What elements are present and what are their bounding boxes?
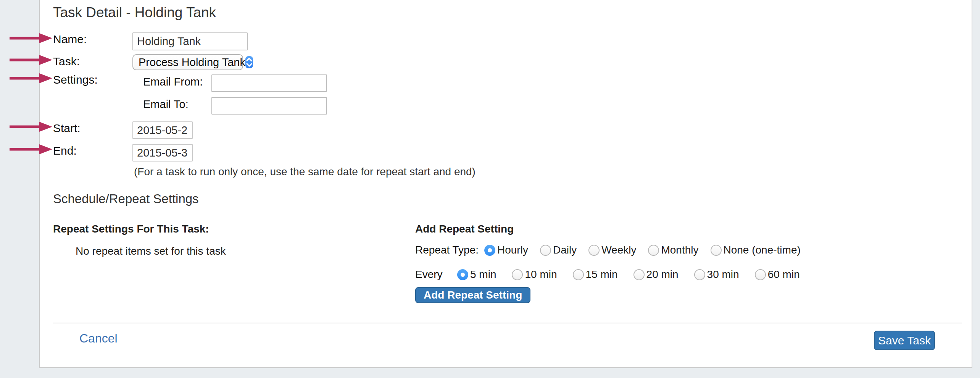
radio-option-label: 15 min [586,268,618,281]
task-select-value: Process Holding Tank [133,56,245,69]
name-label: Name: [53,33,87,46]
radio-unselected-icon[interactable] [512,269,523,280]
radio-option-label: 30 min [707,268,739,281]
start-label: Start: [53,122,81,135]
radio-option-10-min[interactable]: 10 min [512,268,557,281]
task-detail-panel: Task Detail - Holding Tank Name: Task: P… [39,0,972,368]
name-input[interactable] [132,32,248,50]
schedule-section-heading: Schedule/Repeat Settings [53,192,199,206]
radio-option-weekly[interactable]: Weekly [588,244,636,256]
radio-option-label: 10 min [525,268,557,281]
radio-option-label: Weekly [601,244,636,256]
footer-divider [53,323,962,323]
arrow-annotation-task [10,55,52,65]
radio-option-hourly[interactable]: Hourly [484,244,528,256]
email-from-input[interactable] [211,74,327,92]
interval-options: 5 min10 min15 min20 min30 min60 min [457,268,816,281]
repeat-type-options: HourlyDailyWeeklyMonthlyNone (one-time) [484,244,812,256]
end-date-input[interactable] [132,144,193,162]
email-from-label: Email From: [143,76,203,88]
arrow-annotation-start [10,121,52,132]
arrow-annotation-name [10,33,52,44]
radio-option-60-min[interactable]: 60 min [755,268,800,281]
page-title: Task Detail - Holding Tank [53,5,216,21]
radio-option-monthly[interactable]: Monthly [648,244,698,256]
arrow-annotation-end [10,144,52,155]
radio-option-20-min[interactable]: 20 min [633,268,679,281]
radio-unselected-icon[interactable] [755,269,766,280]
every-label: Every [415,268,457,281]
radio-option-label: Daily [553,244,577,256]
save-task-button[interactable]: Save Task [874,331,935,350]
add-repeat-heading: Add Repeat Setting [415,223,514,235]
repeat-type-label: Repeat Type: [415,244,484,256]
arrow-annotation-settings [10,73,52,84]
radio-option-30-min[interactable]: 30 min [694,268,739,281]
radio-unselected-icon[interactable] [540,245,551,256]
radio-option-daily[interactable]: Daily [540,244,577,256]
task-label: Task: [53,55,80,68]
repeat-list-heading: Repeat Settings For This Task: [53,223,209,235]
radio-option-label: 60 min [768,268,800,281]
radio-selected-icon[interactable] [484,245,495,256]
repeat-type-row: Repeat Type: HourlyDailyWeeklyMonthlyNon… [415,244,812,257]
email-to-input[interactable] [211,97,327,115]
radio-option-label: None (one-time) [724,244,801,256]
every-row: Every 5 min10 min15 min20 min30 min60 mi… [415,268,816,281]
radio-option-none-one-time[interactable]: None (one-time) [711,244,801,256]
radio-unselected-icon[interactable] [648,245,659,256]
radio-unselected-icon[interactable] [633,269,645,280]
radio-unselected-icon[interactable] [573,269,584,280]
end-label: End: [53,144,77,157]
settings-label: Settings: [53,73,98,86]
radio-option-15-min[interactable]: 15 min [573,268,618,281]
radio-option-label: 20 min [646,268,679,281]
radio-option-label: 5 min [470,268,496,281]
radio-unselected-icon[interactable] [694,269,705,280]
start-date-input[interactable] [132,121,193,139]
radio-option-5-min[interactable]: 5 min [457,268,496,281]
radio-unselected-icon[interactable] [711,245,722,256]
radio-option-label: Hourly [497,244,528,256]
cancel-link[interactable]: Cancel [79,331,118,346]
select-chevrons-icon [245,56,253,68]
date-help-note: (For a task to run only once, use the sa… [134,166,475,178]
add-repeat-setting-button[interactable]: Add Repeat Setting [415,287,530,303]
radio-option-label: Monthly [661,244,698,256]
radio-selected-icon[interactable] [457,269,468,280]
repeat-list-empty-message: No repeat items set for this task [76,245,226,257]
email-to-label: Email To: [143,98,189,111]
radio-unselected-icon[interactable] [588,245,600,256]
task-select[interactable]: Process Holding Tank [132,54,243,70]
